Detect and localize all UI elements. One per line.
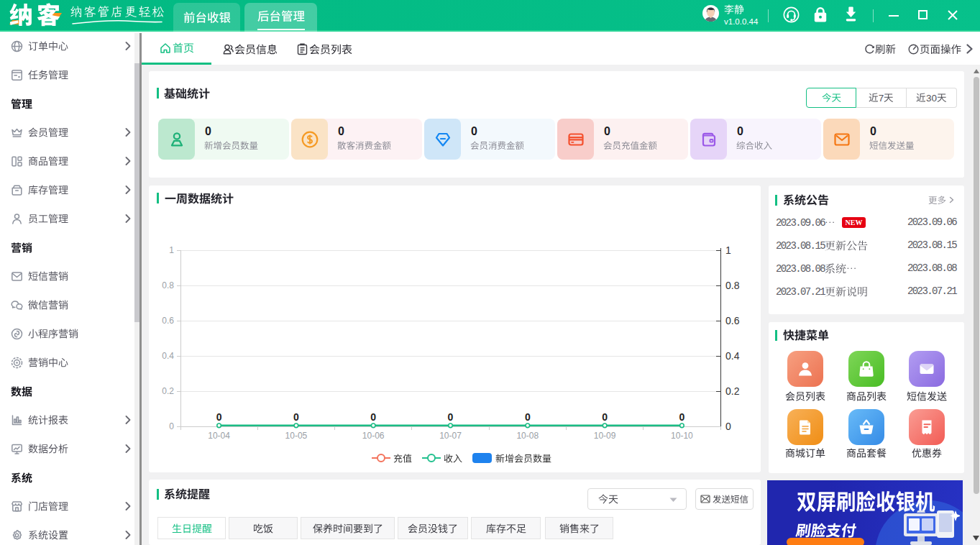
svg-text:0: 0 <box>525 411 531 423</box>
svg-text:0.4: 0.4 <box>162 351 174 361</box>
svg-text:0: 0 <box>293 411 299 423</box>
svg-text:0: 0 <box>216 411 222 423</box>
svg-text:0: 0 <box>679 411 685 423</box>
svg-text:0: 0 <box>370 411 376 423</box>
svg-text:10-08: 10-08 <box>516 431 539 441</box>
svg-text:0.4: 0.4 <box>725 350 740 362</box>
svg-text:0.8: 0.8 <box>725 280 740 291</box>
svg-text:0: 0 <box>602 411 608 423</box>
svg-text:10-05: 10-05 <box>285 431 308 441</box>
svg-text:0.8: 0.8 <box>162 280 174 290</box>
svg-text:1: 1 <box>169 245 174 255</box>
svg-text:0.6: 0.6 <box>162 316 174 326</box>
svg-text:0.2: 0.2 <box>162 386 174 396</box>
svg-text:1: 1 <box>725 244 731 256</box>
svg-text:0.2: 0.2 <box>725 385 740 397</box>
svg-text:10-09: 10-09 <box>594 431 616 441</box>
svg-text:0.6: 0.6 <box>725 315 740 326</box>
svg-text:10-10: 10-10 <box>671 431 693 441</box>
svg-text:10-04: 10-04 <box>208 431 230 441</box>
svg-text:0: 0 <box>169 421 174 431</box>
svg-text:0: 0 <box>448 411 454 423</box>
svg-text:0: 0 <box>725 421 731 432</box>
svg-text:10-07: 10-07 <box>439 431 462 441</box>
svg-text:10-06: 10-06 <box>362 431 385 441</box>
